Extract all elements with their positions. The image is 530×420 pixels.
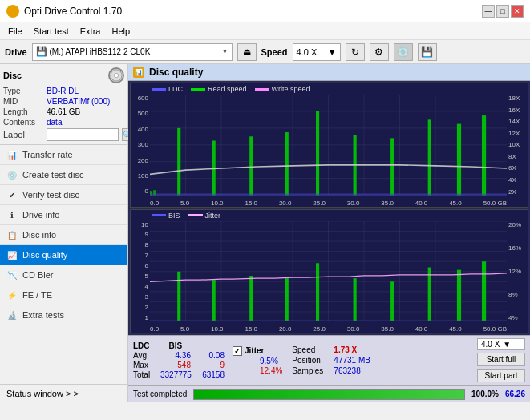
- top-chart-svg: [150, 95, 507, 196]
- svg-rect-23: [285, 132, 289, 195]
- title-bar: Opti Drive Control 1.70 — □ ✕: [0, 0, 530, 22]
- svg-rect-60: [482, 261, 486, 321]
- nav-drive-info-label: Drive info: [22, 210, 59, 220]
- nav-extra-tests[interactable]: 🔬 Extra tests: [0, 305, 127, 325]
- position-row: Position 47731 MB: [292, 356, 370, 365]
- disc-title: Disc: [3, 71, 22, 80]
- jitter-color: [188, 214, 203, 216]
- cd-bler-icon: 📉: [6, 269, 18, 281]
- refresh-button[interactable]: ↻: [346, 43, 365, 61]
- jitter-max-label: [233, 366, 257, 375]
- svg-rect-22: [249, 136, 253, 195]
- disc-length-label: Length: [3, 107, 43, 116]
- menu-bar: File Start test Extra Help: [0, 22, 530, 40]
- speed-dropdown-arrow: ▼: [328, 47, 337, 57]
- start-full-button[interactable]: Start full: [477, 353, 525, 366]
- main-content: 📊 Disc quality LDC Read speed: [128, 64, 530, 402]
- drive-dropdown-arrow: ▼: [222, 48, 229, 55]
- ldc-max: 548: [160, 361, 191, 370]
- drive-name: (M:) ATAPI iHBS112 2 CL0K: [50, 47, 220, 56]
- nav-fe-te[interactable]: ⚡ FE / TE: [0, 285, 127, 305]
- position-value: 47731 MB: [334, 356, 370, 365]
- speed-selector[interactable]: 4.0 X ▼: [477, 338, 525, 350]
- drive-bar: Drive 💾 (M:) ATAPI iHBS112 2 CL0K ▼ ⏏ Sp…: [0, 40, 530, 64]
- y-label-600: 600: [138, 95, 148, 102]
- drive-icon: 💾: [36, 46, 47, 57]
- ldc-bis-stats: LDC BIS Avg 4.36 0.08 Max 548 9 Total 33…: [133, 341, 225, 379]
- status-window-button[interactable]: Status window > >: [0, 384, 127, 402]
- disc-icon-button[interactable]: 💿: [394, 43, 413, 61]
- max-label: Max: [133, 361, 157, 370]
- total-row: Total 3327775 63158: [133, 370, 225, 379]
- legend-read-speed: Read speed: [191, 85, 247, 93]
- window-controls: — □ ✕: [482, 5, 524, 18]
- disc-quality-icon: 📈: [6, 249, 18, 260]
- maximize-button[interactable]: □: [496, 5, 509, 18]
- y-label-500: 500: [138, 110, 148, 117]
- speed-dropdown[interactable]: 4.0 X ▼: [293, 43, 341, 61]
- svg-rect-28: [457, 124, 461, 196]
- jitter-avg-label: [233, 357, 257, 365]
- avg-row: Avg 4.36 0.08: [133, 351, 225, 360]
- speed-position-stats: Speed 1.73 X Position 47731 MB Samples 7…: [292, 345, 370, 375]
- disc-contents-value: data: [47, 118, 62, 127]
- transfer-rate-icon: 📊: [6, 149, 18, 160]
- minimize-button[interactable]: —: [482, 5, 495, 18]
- y-label-100: 100: [138, 172, 148, 180]
- save-button[interactable]: 💾: [418, 43, 437, 61]
- disc-type-row: Type BD-R DL: [3, 87, 124, 95]
- nav-transfer-rate[interactable]: 📊 Transfer rate: [0, 145, 127, 165]
- eject-button[interactable]: ⏏: [237, 43, 257, 61]
- write-speed-color: [255, 88, 269, 91]
- svg-point-1: [114, 73, 118, 77]
- drive-label: Drive: [5, 47, 27, 57]
- speed-selector-value: 4.0 X: [481, 340, 500, 349]
- speed-stat-value: 1.73 X: [334, 345, 357, 354]
- nav-drive-info[interactable]: ℹ Drive info: [0, 205, 127, 225]
- jitter-checkbox[interactable]: ✓: [233, 346, 242, 356]
- bis-color: [152, 214, 166, 216]
- bottom-chart-x-axis: 0.0 5.0 10.0 15.0 20.0 25.0 30.0 35.0 40…: [150, 325, 507, 333]
- jitter-avg-row: 9.5%: [233, 357, 282, 365]
- jitter-max: 12.4%: [260, 366, 282, 375]
- disc-label-input[interactable]: [47, 128, 119, 141]
- menu-start-test[interactable]: Start test: [29, 25, 74, 38]
- app-title: Opti Drive Control 1.70: [24, 6, 122, 17]
- bis-total: 63158: [194, 370, 225, 379]
- nav-disc-info[interactable]: 📋 Disc info: [0, 225, 127, 245]
- bis-max: 9: [194, 361, 225, 370]
- disc-type-value: BD-R DL: [47, 87, 79, 95]
- svg-rect-21: [212, 141, 216, 196]
- progress-value: 66.26: [505, 390, 525, 398]
- nav-cd-bler[interactable]: 📉 CD Bler: [0, 265, 127, 285]
- jitter-avg: 9.5%: [260, 357, 278, 365]
- bottom-chart-legend: BIS Jitter: [152, 212, 220, 220]
- content-title: Disc quality: [149, 67, 203, 78]
- main-layout: Disc Type BD-R DL MID VERBATIMf (000) Le…: [0, 64, 530, 402]
- nav-verify-test-disc[interactable]: ✔ Verify test disc: [0, 185, 127, 205]
- disc-mid-label: MID: [3, 97, 43, 106]
- close-button[interactable]: ✕: [511, 5, 524, 18]
- svg-rect-54: [285, 278, 289, 321]
- y-label-400: 400: [138, 126, 148, 133]
- menu-extra[interactable]: Extra: [75, 25, 106, 38]
- legend-bis-label: BIS: [168, 212, 180, 220]
- total-label: Total: [133, 370, 157, 379]
- menu-help[interactable]: Help: [107, 25, 135, 38]
- nav-create-test-disc[interactable]: 💿 Create test disc: [0, 165, 127, 185]
- ldc-total: 3327775: [160, 370, 191, 379]
- settings-button[interactable]: ⚙: [370, 43, 389, 61]
- bis-avg: 0.08: [194, 351, 225, 360]
- disc-icon: [108, 67, 124, 83]
- top-chart-legend: LDC Read speed Write speed: [152, 85, 310, 93]
- drive-info-icon: ℹ: [6, 209, 18, 220]
- create-test-disc-icon: 💿: [6, 169, 18, 180]
- menu-file[interactable]: File: [3, 25, 27, 38]
- nav-extra-tests-label: Extra tests: [22, 310, 64, 320]
- nav-disc-quality[interactable]: 📈 Disc quality: [0, 245, 127, 265]
- y-label-0: 0: [145, 188, 148, 195]
- start-part-button[interactable]: Start part: [477, 369, 525, 382]
- samples-label: Samples: [292, 366, 330, 375]
- drive-dropdown[interactable]: 💾 (M:) ATAPI iHBS112 2 CL0K ▼: [32, 43, 233, 61]
- app-icon: [6, 5, 19, 18]
